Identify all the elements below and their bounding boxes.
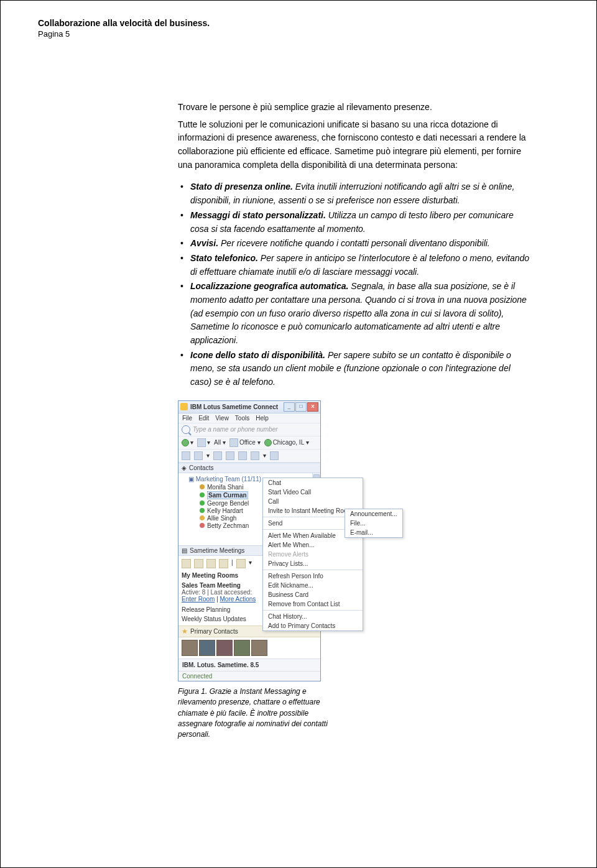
ctx-email[interactable]: E-mail... bbox=[345, 528, 402, 537]
presence-icon bbox=[200, 484, 205, 489]
presence-icon bbox=[200, 523, 205, 528]
feature-label: Messaggi di stato personalizzati. bbox=[190, 210, 326, 220]
title-left: IBM Lotus Sametime Connect bbox=[180, 403, 278, 410]
toolbar-icon[interactable] bbox=[251, 451, 259, 460]
collapse-icon: ▣ bbox=[188, 476, 194, 482]
presence-icon bbox=[198, 515, 205, 522]
more-actions-link[interactable]: More Actions bbox=[220, 596, 256, 603]
intro-paragraph: Tutte le soluzioni per le comunicazioni … bbox=[178, 118, 532, 172]
menu-separator bbox=[263, 610, 363, 611]
page: Collaborazione alla velocità del busines… bbox=[0, 0, 597, 868]
list-item: Messaggi di stato personalizzati. Utiliz… bbox=[178, 209, 532, 236]
close-button[interactable]: X bbox=[307, 402, 318, 412]
separator: | bbox=[231, 559, 233, 568]
toolbar-icon[interactable] bbox=[226, 451, 234, 460]
view-icon bbox=[197, 438, 206, 447]
meetings-icon: ▤ bbox=[182, 547, 187, 554]
filter-location[interactable]: Chicago, IL ▾ bbox=[264, 439, 309, 446]
ctx-remove-contact[interactable]: Remove from Contact List bbox=[263, 599, 363, 609]
window-titlebar[interactable]: IBM Lotus Sametime Connect _ □ X bbox=[178, 401, 320, 413]
feature-label: Avvisi. bbox=[190, 238, 218, 248]
status-dropdown[interactable]: ▾ bbox=[182, 439, 193, 446]
avatar[interactable] bbox=[182, 640, 198, 656]
feature-text: Per ricevere notifiche quando i contatti… bbox=[218, 238, 490, 248]
ctx-remove-alerts: Remove Alerts bbox=[263, 550, 363, 559]
ctx-file[interactable]: File... bbox=[345, 519, 402, 528]
menu-separator bbox=[263, 570, 363, 570]
avatar[interactable] bbox=[251, 640, 267, 656]
toolbar-icon[interactable] bbox=[270, 451, 279, 460]
menu-edit[interactable]: Edit bbox=[198, 415, 209, 422]
feature-label: Icone dello stato di disponibilità. bbox=[190, 350, 325, 360]
app-icon bbox=[180, 403, 188, 410]
section-heading: Trovare le persone è più semplice grazie… bbox=[178, 101, 532, 114]
contact-name: Monifa Shani bbox=[207, 484, 243, 491]
ctx-alert-when[interactable]: Alert Me When... bbox=[263, 540, 363, 550]
feature-list: Stato di presenza online. Evita inutili … bbox=[178, 180, 532, 389]
enter-room-link[interactable]: Enter Room bbox=[182, 596, 215, 603]
ctx-refresh[interactable]: Refresh Person Info bbox=[263, 571, 363, 581]
ctx-call[interactable]: Call bbox=[263, 497, 363, 506]
toolbar-icon[interactable] bbox=[238, 451, 247, 460]
ctx-business-card[interactable]: Business Card bbox=[263, 590, 363, 599]
toolbar-icon[interactable] bbox=[213, 451, 222, 460]
presence-icon bbox=[200, 508, 205, 513]
ctx-chat[interactable]: Chat bbox=[263, 478, 363, 487]
main-content: Trovare le persone è più semplice grazie… bbox=[178, 101, 532, 389]
ctx-chat-history[interactable]: Chat History... bbox=[263, 612, 363, 621]
ctx-edit-nickname[interactable]: Edit Nickname... bbox=[263, 581, 363, 590]
feature-label: Stato di presenza online. bbox=[190, 182, 293, 192]
avatar[interactable] bbox=[199, 640, 215, 656]
minimize-button[interactable]: _ bbox=[284, 402, 295, 412]
context-submenu: Announcement... File... E-mail... bbox=[345, 509, 403, 538]
meeting-tool-icon[interactable] bbox=[182, 559, 191, 568]
menu-help[interactable]: Help bbox=[256, 415, 269, 422]
menu-view[interactable]: View bbox=[215, 415, 229, 422]
menu-file[interactable]: File bbox=[182, 415, 192, 422]
contact-name: George Bendel bbox=[207, 500, 249, 507]
contacts-header[interactable]: ◈ Contacts bbox=[178, 463, 320, 473]
toolbar-icon[interactable] bbox=[182, 451, 190, 460]
presence-icon bbox=[200, 501, 205, 506]
filter-bar: ▾ ▾ All ▾ Office ▾ Chicago, IL ▾ bbox=[178, 436, 320, 450]
page-number: Pagina 5 bbox=[38, 29, 559, 39]
globe-icon bbox=[264, 439, 272, 446]
menu-tools[interactable]: Tools bbox=[235, 415, 249, 422]
list-item: Localizzazione geografica automatica. Se… bbox=[178, 280, 532, 347]
meeting-tool-icon[interactable] bbox=[219, 559, 228, 568]
status-bar: Connected bbox=[178, 671, 320, 681]
presence-icon bbox=[200, 492, 205, 497]
page-header: Collaborazione alla velocità del busines… bbox=[38, 18, 559, 39]
meeting-tool-icon[interactable] bbox=[194, 559, 203, 568]
ctx-announcement[interactable]: Announcement... bbox=[345, 509, 402, 519]
maximize-button[interactable]: □ bbox=[295, 402, 307, 412]
search-bar: Type a name or phone number bbox=[178, 423, 320, 436]
list-item: Avvisi. Per ricevere notifiche quando i … bbox=[178, 237, 532, 251]
search-input[interactable]: Type a name or phone number bbox=[193, 426, 317, 433]
contacts-label: Contacts bbox=[189, 464, 213, 471]
globe-icon bbox=[182, 439, 189, 446]
star-icon: ★ bbox=[182, 627, 188, 635]
contacts-icon: ◈ bbox=[182, 464, 187, 471]
contact-name: Sam Curman bbox=[207, 491, 248, 499]
ctx-privacy[interactable]: Privacy Lists... bbox=[263, 559, 363, 568]
view-dropdown[interactable]: ▾ bbox=[197, 438, 210, 447]
branding-label: IBM. Lotus. Sametime. 8.5 bbox=[178, 658, 320, 671]
filter-all[interactable]: All ▾ bbox=[214, 439, 226, 446]
toolbar-icon[interactable] bbox=[194, 451, 203, 460]
meeting-tool-icon[interactable] bbox=[236, 559, 246, 568]
search-icon bbox=[182, 425, 190, 434]
meetings-label: Sametime Meetings bbox=[190, 547, 244, 554]
meeting-tool-icon[interactable] bbox=[206, 559, 216, 568]
contact-name: Betty Zechman bbox=[207, 522, 249, 529]
list-item: Icone dello stato di disponibilità. Per … bbox=[178, 349, 532, 389]
window-controls: _ □ X bbox=[284, 402, 318, 412]
contact-name: Allie Singh bbox=[207, 515, 236, 522]
avatar[interactable] bbox=[216, 640, 233, 656]
ctx-add-primary[interactable]: Add to Primary Contacts bbox=[263, 621, 363, 630]
avatar[interactable] bbox=[234, 640, 250, 656]
feature-label: Stato telefonico. bbox=[190, 253, 258, 263]
ctx-start-video[interactable]: Start Video Call bbox=[263, 487, 363, 497]
filter-office[interactable]: Office ▾ bbox=[229, 438, 261, 447]
document-title: Collaborazione alla velocità del busines… bbox=[38, 18, 559, 28]
